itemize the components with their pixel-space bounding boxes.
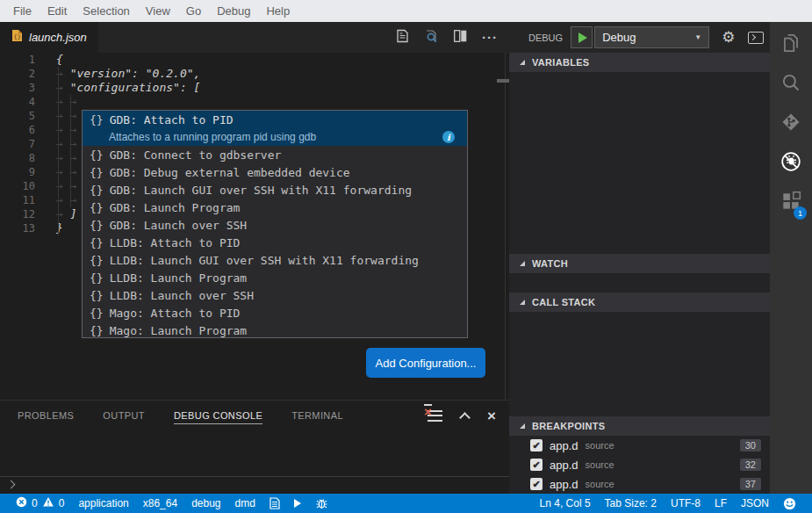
section-header-breakpoints[interactable]: BREAKPOINTS	[509, 416, 770, 436]
suggest-item[interactable]: {}LLDB: Launch GUI over SSH with X11 for…	[83, 251, 467, 269]
launch-config-select[interactable]: Debug ▼	[594, 26, 709, 48]
search-in-file-icon[interactable]	[424, 29, 439, 47]
line-number: 10	[0, 179, 35, 193]
status-debug[interactable]: debug	[184, 497, 227, 509]
tab-launch-json[interactable]: {} launch.json	[0, 22, 98, 53]
suggest-item[interactable]: {}LLDB: Launch over SSH	[83, 286, 467, 304]
activity-search[interactable]	[770, 64, 812, 104]
editor-group: {} launch.json ··· 1{2→ "version": "	[0, 22, 509, 494]
suggest-item-detail: Attaches to a running program pid using …	[83, 128, 467, 146]
activity-bar: 1	[770, 22, 812, 494]
section-header-watch[interactable]: WATCH	[509, 254, 770, 273]
menu-go[interactable]: Go	[178, 0, 209, 22]
code-line-2[interactable]: 2→ "version": "0.2.0",	[0, 67, 509, 81]
debug-toolbar: DEBUG Debug ▼ ⚙	[509, 22, 770, 53]
menu-edit[interactable]: Edit	[40, 0, 75, 22]
menu-file[interactable]: File	[5, 0, 40, 22]
menu-debug[interactable]: Debug	[209, 0, 258, 22]
start-debug-button[interactable]	[571, 26, 593, 48]
panel-tab-debug-console[interactable]: DEBUG CONSOLE	[174, 408, 262, 424]
suggest-item[interactable]: {}Mago: Launch Program	[83, 322, 467, 338]
breakpoint-checkbox[interactable]: ✔	[530, 459, 543, 471]
cursor-position[interactable]: Ln 4, Col 5	[533, 497, 598, 509]
status-application[interactable]: application	[71, 497, 135, 509]
breakpoint-row[interactable]: ✔app.dsource32	[509, 455, 770, 474]
snippet-braces-icon: {}	[90, 201, 104, 214]
info-icon[interactable]: i	[442, 131, 455, 143]
breakpoint-checkbox[interactable]: ✔	[530, 478, 543, 490]
suggest-item-label: LLDB: Launch Program	[110, 271, 248, 285]
activity-source-control[interactable]	[770, 104, 812, 143]
snippet-braces-icon: {}	[90, 219, 104, 232]
suggest-item[interactable]: {}GDB: Launch GUI over SSH with X11 forw…	[83, 181, 467, 199]
panel-tab-problems[interactable]: PROBLEMS	[18, 408, 74, 423]
call-stack-body[interactable]	[509, 312, 770, 416]
suggest-item[interactable]: {}GDB: Connect to gdbserver	[83, 146, 467, 163]
debug-console-output[interactable]	[0, 430, 509, 477]
configure-gear-icon[interactable]: ⚙	[722, 28, 735, 47]
eol[interactable]: LF	[708, 497, 734, 509]
panel-tab-terminal[interactable]: TERMINAL	[291, 408, 343, 423]
code-line-4[interactable]: 4→ →	[0, 95, 509, 109]
section-header-call-stack[interactable]: CALL STACK	[509, 293, 770, 312]
menu-view[interactable]: View	[138, 0, 178, 22]
suggest-item[interactable]: {}LLDB: Launch Program	[83, 269, 467, 286]
launch-config-value: Debug	[602, 31, 636, 44]
code-editor[interactable]: 1{2→ "version": "0.2.0",3→ "configuratio…	[0, 53, 509, 400]
more-actions-icon[interactable]: ···	[482, 33, 498, 42]
clear-console-icon[interactable]: ×	[428, 410, 442, 422]
section-header-variables[interactable]: VARIABLES	[509, 53, 770, 72]
breakpoint-row[interactable]: ✔app.dsource37	[509, 474, 770, 494]
debug-console-input[interactable]	[0, 476, 509, 491]
breakpoint-kind: source	[586, 459, 614, 470]
feedback-smiley-icon[interactable]	[776, 497, 803, 510]
files-icon	[780, 32, 802, 58]
breakpoint-checkbox[interactable]: ✔	[530, 439, 543, 452]
snippet-braces-icon: {}	[90, 307, 104, 320]
line-number: 3	[0, 81, 35, 95]
activity-extensions[interactable]: 1	[770, 183, 812, 222]
suggest-detail-text: Attaches to a running program pid using …	[109, 131, 316, 143]
suggest-item[interactable]: {}GDB: Debug external embedded device	[83, 163, 467, 181]
close-panel-icon[interactable]: ×	[487, 410, 496, 422]
suggest-item-label: LLDB: Launch over SSH	[110, 289, 254, 302]
add-configuration-button[interactable]: Add Configuration...	[366, 348, 485, 378]
maximize-panel-icon[interactable]	[459, 412, 471, 423]
problems-status[interactable]: 0 0	[9, 496, 71, 510]
suggest-item[interactable]: {}GDB: Launch Program	[83, 199, 467, 216]
run-status-icon[interactable]	[287, 499, 308, 508]
tab-size[interactable]: Tab Size: 2	[598, 497, 664, 509]
breakpoint-line-badge: 32	[740, 459, 761, 471]
breakpoint-row[interactable]: ✔app.dsource30	[509, 436, 770, 455]
build-config-items: applicationx86_64debugdmd	[71, 497, 262, 509]
suggest-item[interactable]: {}LLDB: Attach to PID	[83, 234, 467, 251]
suggest-item[interactable]: {}Mago: Attach to PID	[83, 304, 467, 322]
activity-debug[interactable]	[770, 143, 812, 183]
editor-scrollbar[interactable]	[505, 53, 506, 400]
twistie-icon	[520, 60, 525, 65]
menu-selection[interactable]: Selection	[75, 0, 137, 22]
bug-status-icon[interactable]	[308, 497, 335, 509]
language-mode[interactable]: JSON	[734, 497, 776, 509]
status-x86_64[interactable]: x86_64	[136, 497, 184, 509]
activity-explorer[interactable]	[770, 25, 812, 64]
suggest-item[interactable]: {}GDB: Launch over SSH	[83, 216, 467, 234]
open-console-icon[interactable]	[748, 32, 764, 44]
status-right: Ln 4, Col 5 Tab Size: 2 UTF-8 LF JSON	[533, 497, 812, 510]
code-line-1[interactable]: 1{	[0, 53, 509, 67]
open-preview-icon[interactable]	[396, 29, 409, 47]
watch-body[interactable]	[509, 273, 770, 293]
snippet-braces-icon: {}	[90, 236, 104, 249]
doc-status-icon[interactable]	[262, 497, 287, 509]
panel-tab-output[interactable]: OUTPUT	[103, 408, 145, 423]
twistie-icon	[520, 423, 525, 429]
menu-help[interactable]: Help	[258, 0, 298, 22]
code-line-3[interactable]: 3→ "configurations": [	[0, 81, 509, 95]
status-dmd[interactable]: dmd	[228, 497, 262, 509]
code-text: "version": "0.2.0",	[70, 67, 201, 81]
encoding[interactable]: UTF-8	[664, 497, 708, 509]
search-icon	[780, 71, 802, 98]
split-editor-icon[interactable]	[454, 30, 467, 46]
suggest-item[interactable]: {}GDB: Attach to PID	[83, 111, 467, 128]
variables-body[interactable]	[509, 72, 770, 254]
